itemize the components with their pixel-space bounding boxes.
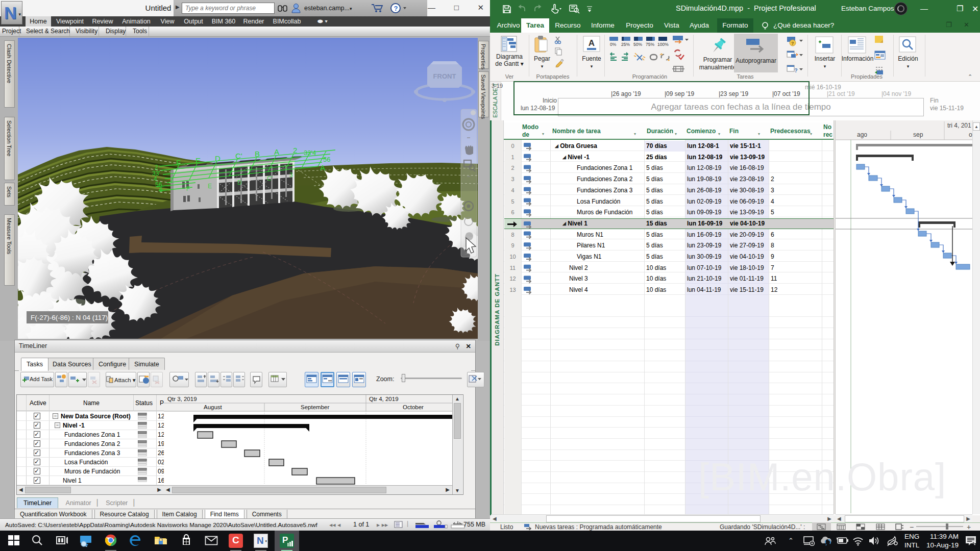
svg-text:Qtr 3, 2019: Qtr 3, 2019 (167, 396, 197, 402)
svg-text:o: o (969, 131, 972, 138)
svg-text:B: B (255, 149, 260, 158)
svg-text:sep: sep (913, 131, 923, 138)
svg-text:FRONT: FRONT (433, 72, 456, 80)
svg-text:?: ? (791, 41, 794, 46)
svg-text:October: October (403, 404, 424, 410)
svg-text:50%: 50% (633, 42, 642, 47)
svg-text:3: 3 (289, 171, 293, 179)
svg-text:E: E (195, 156, 201, 165)
svg-text:F: F (186, 185, 190, 192)
svg-text:A: A (589, 38, 595, 48)
svg-text:D: D (237, 179, 242, 186)
svg-text:August: August (204, 404, 223, 410)
svg-text:ago: ago (857, 131, 867, 138)
svg-text:D: D (215, 154, 220, 163)
svg-text:75%: 75% (646, 42, 654, 47)
svg-text:F(-27)-6(-86) : N 04 (117): F(-27)-6(-86) : N 04 (117) (31, 314, 108, 321)
svg-text:E: E (208, 183, 212, 190)
svg-text:0%: 0% (610, 42, 617, 47)
svg-text:F: F (176, 158, 181, 167)
svg-text:56: 56 (323, 156, 330, 163)
svg-text:?: ? (794, 67, 798, 73)
svg-text:C': C' (267, 175, 273, 182)
svg-text:33'4: 33'4 (304, 149, 316, 157)
svg-text:Qtr 4, 2019: Qtr 4, 2019 (369, 396, 399, 402)
svg-text:2: 2 (293, 146, 297, 155)
svg-text:?: ? (394, 5, 398, 12)
svg-text:tri 4, 201: tri 4, 201 (947, 122, 971, 129)
svg-text:25%: 25% (621, 42, 630, 47)
svg-text:C': C' (235, 152, 242, 160)
svg-text:6: 6 (159, 186, 163, 193)
svg-text:100%: 100% (657, 42, 669, 47)
svg-text:A: A (274, 147, 279, 156)
svg-text:September: September (301, 404, 329, 410)
